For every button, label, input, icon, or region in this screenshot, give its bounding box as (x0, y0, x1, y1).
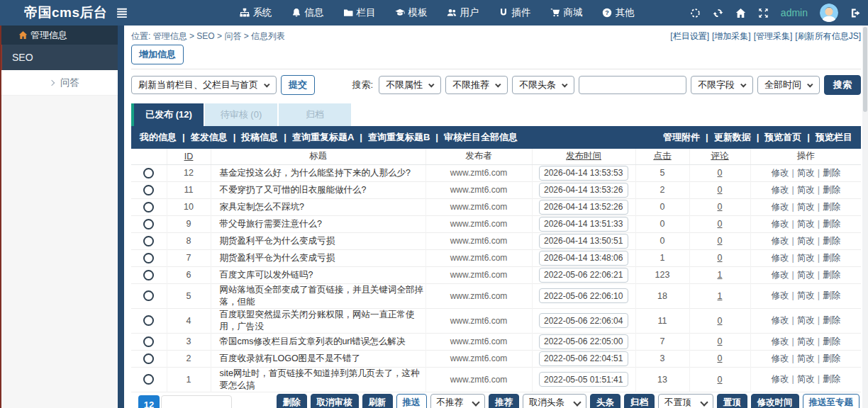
pagination-page-button[interactable]: 12 (138, 395, 160, 408)
row-title-link[interactable]: 带父母旅行需要注意什么? (220, 219, 322, 229)
row-time-input[interactable] (539, 217, 628, 232)
row-time-input[interactable] (539, 200, 628, 215)
row-edit-link[interactable]: 修改 (772, 374, 789, 384)
row-time-input[interactable] (539, 351, 628, 366)
attribute-filter-select[interactable]: 不限属性 (379, 76, 441, 94)
row-title-link[interactable]: 网站落地页全部变成了首页链接，并且关键词全部掉落，但能 (220, 285, 424, 307)
column-header-comments[interactable]: 评论 (689, 149, 750, 164)
row-select-radio[interactable] (143, 219, 154, 230)
header-quick-link[interactable]: [栏目设置] (670, 30, 709, 42)
row-edit-link[interactable]: 修改 (772, 315, 789, 325)
row-delete-link[interactable]: 删除 (823, 236, 840, 246)
row-title-link[interactable]: 家具定制怎么不踩坑? (220, 202, 304, 212)
batch-action-button[interactable]: 归档 (624, 394, 655, 408)
row-time-input[interactable] (539, 166, 628, 181)
row-delete-link[interactable]: 删除 (823, 315, 840, 325)
batch-action-button[interactable]: 置顶 (717, 394, 747, 408)
row-comments-link[interactable]: 0 (718, 353, 723, 363)
column-header-clicks[interactable]: 点击 (635, 149, 689, 164)
loading-icon[interactable] (690, 8, 701, 18)
users-icon[interactable]: 用户 (447, 6, 479, 19)
row-time-input[interactable] (539, 268, 628, 283)
row-edit-link[interactable]: 修改 (772, 202, 789, 212)
search-button[interactable]: 搜索 (824, 75, 861, 95)
template-icon[interactable]: 模板 (395, 6, 428, 19)
fullscreen-icon[interactable] (758, 8, 769, 18)
info-bar-link[interactable]: 投稿信息 (228, 131, 279, 144)
row-delete-link[interactable]: 删除 (823, 202, 840, 212)
row-edit-link[interactable]: 修改 (772, 336, 789, 346)
row-edit-link[interactable]: 修改 (772, 253, 789, 263)
row-select-radio[interactable] (143, 315, 154, 326)
row-comments-link[interactable]: 0 (718, 219, 723, 229)
column-header-time[interactable]: 发布时间 (532, 149, 635, 164)
row-edit-link[interactable]: 修改 (772, 185, 789, 195)
row-quickedit-link[interactable]: 简改 (797, 168, 815, 178)
batch-action-button[interactable]: 删除 (277, 394, 307, 408)
row-delete-link[interactable]: 删除 (823, 219, 840, 229)
row-quickedit-link[interactable]: 简改 (797, 202, 815, 212)
row-time-input[interactable] (539, 183, 628, 198)
row-time-input[interactable] (539, 234, 628, 249)
row-title-link[interactable]: 期货盈利平仓为什么变成亏损 (220, 236, 335, 246)
batch-action-button[interactable]: 刷新 (362, 394, 393, 408)
row-time-input[interactable] (539, 334, 628, 349)
info-bar-link[interactable]: 签发信息 (177, 131, 228, 144)
row-select-radio[interactable] (143, 290, 154, 301)
info-bar-link[interactable]: 更新数据 (700, 131, 751, 144)
question-icon[interactable]: 其他 (602, 6, 635, 19)
header-quick-link[interactable]: [刷新所有信息JS] (795, 30, 861, 42)
scrollbar[interactable] (862, 26, 868, 408)
row-title-link[interactable]: 百度收录就有LOGO图是不是不错了 (220, 353, 361, 363)
row-time-input[interactable] (539, 372, 628, 387)
row-quickedit-link[interactable]: 简改 (797, 336, 815, 346)
hamburger-menu-icon[interactable] (116, 7, 128, 18)
row-edit-link[interactable]: 修改 (772, 236, 789, 246)
row-quickedit-link[interactable]: 简改 (797, 353, 815, 363)
row-quickedit-link[interactable]: 简改 (797, 290, 815, 300)
row-edit-link[interactable]: 修改 (772, 353, 789, 363)
info-bar-link[interactable]: 预览栏目 (801, 131, 852, 144)
sidebar-item-qa[interactable]: 问答 (0, 70, 118, 96)
row-time-input[interactable] (539, 288, 628, 303)
row-comments-link[interactable]: 0 (718, 202, 723, 212)
row-quickedit-link[interactable]: 简改 (797, 270, 815, 280)
batch-action-button[interactable]: 取消审核 (311, 394, 359, 408)
row-comments-link[interactable]: 0 (718, 375, 723, 385)
row-delete-link[interactable]: 删除 (823, 253, 840, 263)
row-comments-link[interactable]: 1 (718, 291, 723, 301)
row-comments-link[interactable]: 0 (718, 236, 723, 246)
row-delete-link[interactable]: 删除 (823, 270, 840, 280)
batch-action-button[interactable]: 修改时间 (751, 394, 799, 408)
headline-filter-select[interactable]: 不限头条 (512, 76, 574, 94)
info-bar-link[interactable]: 我的信息 (140, 131, 177, 144)
row-select-radio[interactable] (143, 202, 154, 212)
row-title-link[interactable]: 基金定投这么好，为什么能坚持下来的人那么少? (220, 168, 411, 178)
row-select-radio[interactable] (143, 336, 154, 347)
row-delete-link[interactable]: 删除 (823, 353, 840, 363)
sidebar-group-seo[interactable]: SEO (0, 45, 118, 70)
bell-icon[interactable]: 信息 (291, 6, 324, 19)
recommend-filter-select[interactable]: 不限推荐 (445, 76, 508, 94)
row-title-link[interactable]: 百度文库可以发外链吗? (220, 270, 313, 280)
batch-action-button[interactable]: 不推荐 (430, 394, 486, 408)
row-comments-link[interactable]: 0 (718, 168, 723, 178)
row-delete-link[interactable]: 删除 (823, 185, 840, 195)
row-title-link[interactable]: 期货盈利平仓为什么变成亏损 (220, 253, 335, 263)
row-quickedit-link[interactable]: 简改 (797, 219, 815, 229)
info-bar-link[interactable]: 审核栏目全部信息 (430, 131, 518, 144)
row-quickedit-link[interactable]: 简改 (797, 236, 815, 246)
logout-icon[interactable] (850, 8, 861, 18)
submit-button[interactable]: 提交 (281, 75, 315, 95)
info-bar-link[interactable]: 查询重复标题A (278, 131, 354, 144)
row-select-radio[interactable] (143, 236, 154, 246)
batch-action-button[interactable]: 头条 (590, 394, 621, 408)
folder-icon[interactable]: 栏目 (343, 6, 376, 19)
avatar[interactable] (820, 4, 838, 22)
info-bar-link[interactable]: 预览首页 (751, 131, 802, 144)
field-select[interactable]: 不限字段 (691, 76, 753, 94)
scrollbar-thumb[interactable] (863, 27, 867, 112)
row-comments-link[interactable]: 1 (718, 270, 723, 280)
row-select-radio[interactable] (143, 168, 154, 178)
search-keyword-input[interactable] (579, 76, 686, 94)
